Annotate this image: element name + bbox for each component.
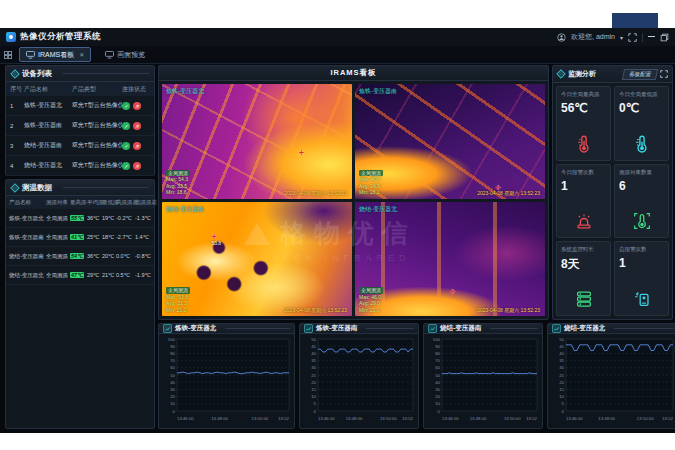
cell-name: 炼铁-变压器北 — [24, 101, 72, 110]
svg-text:13:52: 13:52 — [526, 416, 537, 421]
table-row[interactable]: 4 烧结-变压器北 双光T型云台热像仪（小） ✓✕ — [6, 156, 154, 176]
analysis-header: 监测分析 看板配置 — [553, 66, 672, 83]
device-table-header: 序号 产品名称 产品类型 连接状态 — [6, 82, 154, 96]
cell-name: 烧结-变压器南 — [24, 141, 72, 150]
svg-text:13:46:00: 13:46:00 — [566, 416, 583, 421]
stat-card-today-alarms: 今日报警次数 1 — [556, 164, 611, 239]
svg-text:13:48:00: 13:48:00 — [598, 416, 615, 421]
col-header: 产品名称 — [9, 199, 46, 206]
svg-text:40: 40 — [311, 351, 316, 356]
col-header: 最低温 — [102, 199, 116, 206]
svg-text:10: 10 — [311, 394, 316, 399]
svg-text:0: 0 — [314, 409, 317, 414]
tab-irams-board[interactable]: IRAMS看板 ✕ — [19, 47, 91, 62]
max-temp-badge: 55℃ — [70, 215, 84, 221]
thermal-feed-shaoJie-south[interactable]: 烧结-变压器南 +53.8 全局测温 Max: 53.8 Avg: 31.3 M… — [162, 202, 352, 317]
connected-status-icon: ✓ — [122, 122, 130, 130]
temp-table: 产品名称 测温对象 最高温 平均温 最低温 高温温差 低温温差 炼铁-变压器北 … — [6, 196, 154, 285]
avg-value: Avg: 31.3 — [166, 300, 190, 307]
card-value: 1 — [561, 179, 606, 193]
feed-timestamp: 2023-04-08 星期六 13:52:23 — [477, 307, 540, 313]
chart-panel-lianTie-north: 炼铁-变压器北 010203040506070809010013:46:0013… — [158, 323, 295, 429]
cell-type: 双光T型云台热像仪（小） — [72, 101, 122, 110]
svg-text:50: 50 — [559, 337, 564, 342]
tab-close-icon[interactable]: ✕ — [79, 51, 84, 58]
chart-title: 烧结-变压器南 — [440, 324, 481, 333]
hotspot-crosshair-icon: + — [450, 289, 455, 295]
svg-text:13:46:00: 13:46:00 — [318, 416, 335, 421]
svg-text:13:50:00: 13:50:00 — [637, 416, 654, 421]
server-icon — [573, 288, 595, 310]
card-value: 1 — [619, 256, 664, 270]
expand-icon[interactable] — [660, 70, 668, 78]
cell: 19℃ — [102, 215, 116, 221]
feed-label: 烧结-变压器北 — [359, 205, 397, 214]
device-list-header: 设备列表 — [6, 66, 154, 82]
board-config-button[interactable]: 看板配置 — [622, 69, 658, 80]
cell: 36℃ — [87, 253, 102, 259]
tab-preview[interactable]: 画面预览 — [98, 47, 152, 62]
svg-text:90: 90 — [435, 344, 440, 349]
thermal-feed-shaoJie-north[interactable]: 烧结-变压器北 + 全局测温 Max: 46.0 Avg: 29.0 Min: … — [355, 202, 545, 317]
line-chart: 010203040506070809010013:46:0013:48:0013… — [161, 335, 292, 423]
cell-type: 双光T型云台热像仪（小） — [72, 121, 122, 130]
welcome-text[interactable]: 欢迎您, admin — [571, 32, 615, 42]
svg-text:25: 25 — [559, 373, 564, 378]
svg-text:0: 0 — [173, 409, 176, 414]
feed-timestamp: 2023-04-08 星期六 13:52:23 — [477, 190, 540, 196]
feed-label: 炼铁-变压器北 — [166, 87, 204, 96]
svg-text:100: 100 — [168, 337, 176, 342]
svg-text:40: 40 — [559, 351, 564, 356]
max-temp-badge: 41℃ — [70, 234, 84, 240]
cell-no: 1 — [10, 103, 24, 109]
col-header: 测温对象 — [46, 199, 70, 206]
chart-title: 烧结-变压器北 — [564, 324, 605, 333]
svg-text:30: 30 — [435, 387, 440, 392]
svg-text:13:50:00: 13:50:00 — [252, 416, 269, 421]
table-row[interactable]: 3 烧结-变压器南 双光T型云台热像仪（小） ✓✕ — [6, 136, 154, 156]
svg-text:30: 30 — [311, 365, 316, 370]
cell-name: 烧结-变压器北 — [24, 161, 72, 170]
svg-text:10: 10 — [170, 401, 175, 406]
table-row[interactable]: 炼铁-变压器南 全局测温 41℃ 25℃ 18℃ -2.7℃ 1.4℃ — [6, 228, 154, 247]
restore-button[interactable] — [660, 33, 669, 42]
table-row[interactable]: 炼铁-变压器北 全局测温 55℃ 36℃ 19℃ -0.2℃ -1.3℃ — [6, 209, 154, 228]
hotspot-value: 53.8 — [211, 240, 221, 246]
chart-icon — [163, 324, 172, 333]
svg-text:60: 60 — [435, 365, 440, 370]
svg-text:20: 20 — [435, 394, 440, 399]
cell: 炼铁-变压器北 — [9, 215, 46, 222]
thermal-feed-lianTie-north[interactable]: 炼铁-变压器北 + 全局测温 Max: 54.3 Avg: 33.5 Min: … — [162, 84, 352, 199]
thermometer-hot-icon — [573, 133, 595, 155]
svg-text:40: 40 — [435, 380, 440, 385]
svg-text:35: 35 — [559, 358, 564, 363]
table-row[interactable]: 烧结-变压器南 全局测温 54℃ 36℃ 20℃ 0.0℃ -0.8℃ — [6, 247, 154, 266]
stat-card-total-alarms: 总报警次数 1 — [614, 241, 669, 316]
disconnected-status-icon: ✕ — [133, 162, 141, 170]
line-chart: 0510152025303540455013:46:0013:48:0013:5… — [550, 335, 675, 423]
svg-text:13:46:00: 13:46:00 — [177, 416, 194, 421]
table-row[interactable]: 烧结-变压器北 全局测温 47℃ 29℃ 21℃ 0.5℃ -1.9℃ — [6, 266, 154, 285]
svg-text:0: 0 — [438, 409, 441, 414]
cell: 20℃ — [102, 253, 116, 259]
col-header: 高温温差 — [116, 199, 135, 206]
alarm-device-icon — [631, 288, 653, 310]
tab-label: IRAMS看板 — [38, 50, 74, 60]
thermal-feed-lianTie-south[interactable]: 炼铁-变压器南 + 全局测温 Max: 40.7 Avg: 24.9 Min: … — [355, 84, 545, 199]
center-area: IRAMS看板 炼铁-变压器北 + 全局测温 Max: 54.3 Avg: 33… — [158, 65, 549, 320]
cell: 烧结-变压器南 — [9, 253, 46, 260]
stat-card-uptime: 系统监控时长 8天 — [556, 241, 611, 316]
chart-header: 烧结-变压器南 — [424, 324, 542, 334]
caret-down-icon[interactable]: ▾ — [620, 34, 623, 41]
col-header: 产品类型 — [72, 85, 122, 94]
table-row[interactable]: 1 炼铁-变压器北 双光T型云台热像仪（小） ✓✕ — [6, 96, 154, 116]
cell: 全局测温 — [46, 272, 70, 279]
fullscreen-icon[interactable] — [628, 33, 637, 42]
cell: 全局测温 — [46, 215, 70, 222]
cell: -1.3℃ — [135, 215, 151, 221]
min-value: Min: 18.6 — [166, 189, 190, 196]
home-grid-icon[interactable] — [4, 51, 12, 59]
table-row[interactable]: 2 炼铁-变压器南 双光T型云台热像仪（小） ✓✕ — [6, 116, 154, 136]
minimize-button[interactable] — [648, 36, 655, 37]
svg-text:45: 45 — [311, 344, 316, 349]
